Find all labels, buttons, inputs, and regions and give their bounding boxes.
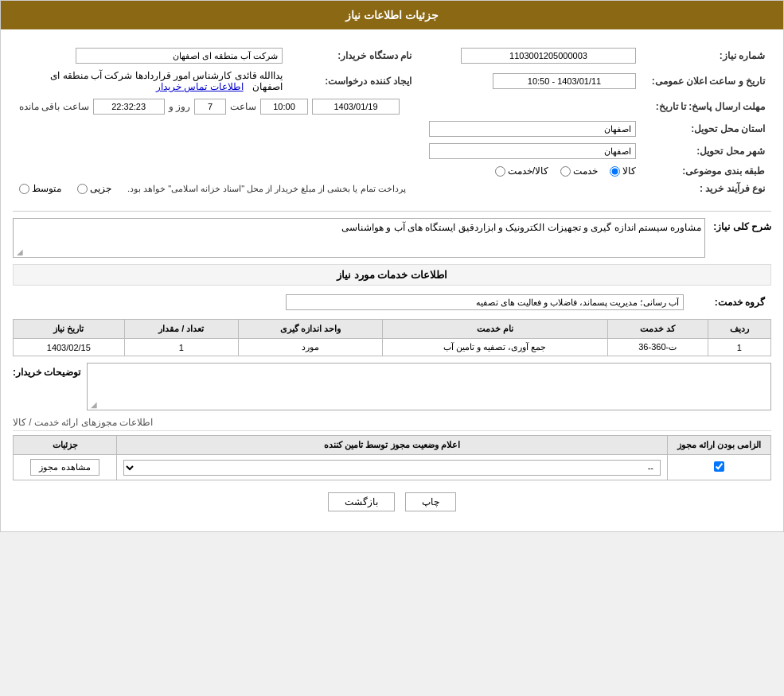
category-kala-khadamat-label: کالا/خدمت — [508, 165, 548, 177]
process-label: نوع فرآیند خرید : — [642, 181, 770, 196]
permits-col-details: جزئیات — [14, 436, 117, 455]
category-khadamat-option: خدمت — [560, 165, 598, 177]
remaining-time-input — [93, 99, 165, 115]
buyer-input — [76, 48, 283, 64]
province-value — [14, 119, 641, 139]
province-label: استان محل تحویل: — [642, 119, 770, 139]
service-group-value — [14, 291, 688, 313]
cell-unit: مورد — [239, 339, 382, 356]
category-kala-khadamat-radio[interactable] — [495, 166, 505, 177]
announce-datetime-input — [493, 73, 636, 89]
resize-handle: ◢ — [15, 247, 23, 255]
need-description-section: شرح کلی نیاز: مشاوره سیستم اندازه گیری و… — [13, 218, 771, 258]
response-day-label: روز و — [169, 101, 190, 112]
permit-details-cell: مشاهده مجوز — [14, 455, 117, 480]
process-jazii-radio[interactable] — [77, 184, 88, 194]
city-label: شهر محل تحویل: — [642, 141, 770, 161]
announce-datetime-label: تاریخ و ساعت اعلان عمومی: — [642, 68, 770, 95]
page-header: جزئیات اطلاعات نیاز — [1, 1, 783, 29]
buyer-notes-section: ◢ توضیحات خریدار: — [13, 363, 771, 410]
response-date-input — [312, 99, 400, 115]
city-input — [429, 143, 636, 159]
resize-handle-2: ◢ — [89, 400, 97, 408]
process-motavaset-label: متوسط — [32, 183, 61, 194]
permits-col-required: الزامی بودن ارائه مجوز — [668, 436, 771, 455]
creator-label: ایجاد کننده درخواست: — [289, 68, 416, 95]
permits-col-supplier-status: اعلام وضعیت مجوز توسط تامین کننده — [117, 436, 668, 455]
col-row-num: ردیف — [708, 320, 770, 339]
need-description-box: مشاوره سیستم اندازه گیری و تجهیزات الکتر… — [13, 218, 705, 258]
category-kala-radio[interactable] — [610, 166, 620, 177]
buyer-value — [14, 45, 287, 66]
announce-datetime-value — [418, 68, 641, 95]
page-title: جزئیات اطلاعات نیاز — [345, 9, 439, 21]
permits-table: الزامی بودن ارائه مجوز اعلام وضعیت مجوز … — [13, 435, 771, 480]
permit-required-cell — [668, 455, 771, 480]
buyer-notes-content: ◢ — [87, 363, 771, 410]
cell-row-num: 1 — [708, 339, 770, 356]
permits-section-title: اطلاعات مجوزهای ارائه خدمت / کالا — [13, 417, 771, 431]
process-note: پرداخت تمام یا بخشی از مبلغ خریدار از مح… — [127, 184, 406, 194]
creator-area: یداالله قائدی کارشناس امور قراردادها شرک… — [14, 68, 287, 95]
print-button[interactable]: چاپ — [405, 492, 456, 511]
need-description-textarea: مشاوره سیستم اندازه گیری و تجهیزات الکتر… — [13, 218, 705, 258]
permit-supplier-status-cell: -- — [117, 455, 668, 480]
buyer-notes-label: توضیحات خریدار: — [13, 363, 87, 378]
category-khadamat-label: خدمت — [573, 165, 598, 177]
service-table-row: 1 ت-360-36 جمع آوری، تصفیه و تامین آب مو… — [14, 339, 771, 356]
category-kala-khadamat-option: کالا/خدمت — [495, 165, 548, 177]
process-jazii-option: جزیی — [77, 183, 111, 194]
need-number-input — [461, 48, 636, 64]
services-section-title: اطلاعات خدمات مورد نیاز — [13, 264, 771, 286]
service-group-table: گروه خدمت: — [13, 290, 771, 315]
province-input — [429, 121, 636, 137]
need-number-label: شماره نیاز: — [642, 45, 770, 66]
process-area: متوسط جزیی پرداخت تمام یا بخشی از مبلغ خ… — [14, 181, 641, 196]
col-quantity: تعداد / مقدار — [124, 320, 239, 339]
cell-date: 1403/02/15 — [14, 339, 125, 356]
divider-1 — [13, 211, 771, 212]
response-deadline-label: مهلت ارسال پاسخ: تا تاریخ: — [642, 96, 770, 117]
need-number-value — [418, 45, 641, 66]
process-motavaset-option: متوسط — [19, 183, 61, 194]
buyer-notes-textarea: ◢ — [87, 363, 771, 410]
permit-supplier-status-select[interactable]: -- — [123, 460, 661, 476]
col-date: تاریخ نیاز — [14, 320, 125, 339]
general-info-table: شماره نیاز: نام دستگاه خریدار: تاریخ و س… — [13, 44, 771, 198]
footer-buttons: چاپ بازگشت — [13, 480, 771, 523]
response-deadline-area: ساعت باقی مانده روز و ساعت — [14, 96, 641, 117]
col-unit: واحد اندازه گیری — [239, 320, 382, 339]
category-kala-option: کالا — [610, 165, 636, 177]
services-table: ردیف کد خدمت نام خدمت واحد اندازه گیری ت… — [13, 319, 771, 356]
view-permit-button[interactable]: مشاهده مجوز — [30, 459, 99, 476]
col-service-code: کد خدمت — [607, 320, 708, 339]
process-jazii-label: جزیی — [90, 183, 111, 194]
back-button[interactable]: بازگشت — [328, 492, 395, 511]
process-motavaset-radio[interactable] — [19, 184, 29, 194]
response-day-input — [194, 99, 226, 115]
category-kala-label: کالا — [622, 165, 636, 177]
cell-service-code: ت-360-36 — [607, 339, 708, 356]
service-group-input — [286, 294, 684, 310]
permit-table-row: -- مشاهده مجوز — [14, 455, 771, 480]
category-label: طبقه بندی موضوعی: — [642, 163, 770, 179]
response-time-label: ساعت — [230, 101, 256, 112]
service-group-label: گروه خدمت: — [690, 291, 770, 313]
response-remaining-label: ساعت باقی مانده — [19, 101, 89, 112]
cell-service-name: جمع آوری، تصفیه و تامین آب — [382, 339, 607, 356]
response-time-input — [260, 99, 308, 115]
need-description-value: مشاوره سیستم اندازه گیری و تجهیزات الکتر… — [341, 222, 701, 233]
category-khadamat-radio[interactable] — [560, 166, 571, 177]
category-area: کالا/خدمت خدمت کالا — [14, 163, 641, 179]
buyer-label: نام دستگاه خریدار: — [289, 45, 416, 66]
city-value — [14, 141, 641, 161]
permit-required-checkbox[interactable] — [714, 461, 724, 472]
need-description-label: شرح کلی نیاز: — [713, 218, 771, 232]
col-service-name: نام خدمت — [382, 320, 607, 339]
creator-link[interactable]: اطلاعات تماس خریدار — [156, 81, 244, 92]
cell-quantity: 1 — [124, 339, 239, 356]
